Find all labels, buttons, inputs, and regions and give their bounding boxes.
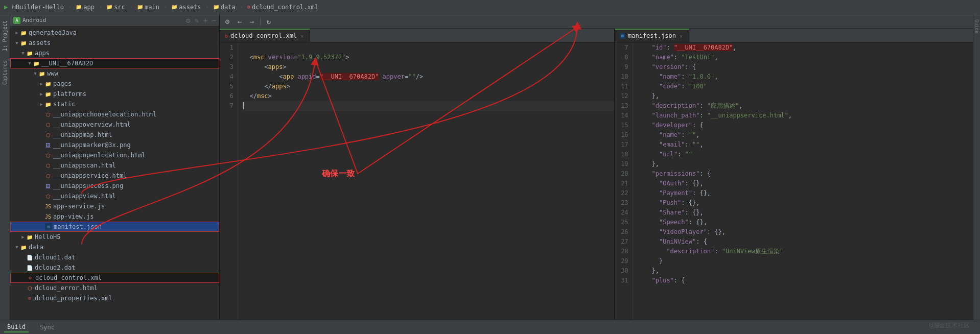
bottom-tab-build[interactable]: Build: [4, 322, 29, 332]
close-left-tab[interactable]: ✕: [299, 33, 305, 39]
right-editor-pane: m manifest.json ✕ 7 8 9 10 11 12 13 14: [615, 29, 973, 320]
tree-item-dcloud-properties[interactable]: ⚙ dcloud_properties.xml: [10, 293, 219, 303]
tree-item-data[interactable]: ▼ 📁 data: [10, 242, 219, 252]
code-line-2: <msc version="1.9.9.52372">: [242, 53, 614, 62]
right-tab-bar: m manifest.json ✕: [615, 29, 973, 43]
tree-item-map[interactable]: ⬡ __uniappmap.html: [10, 130, 219, 140]
code-line-4: <app appid="__UNI__670A82D" appver=""/>: [242, 72, 614, 82]
title-data: 📁 data: [213, 4, 236, 11]
rcode-7: "id": "__UNI__670A82D",: [637, 43, 973, 53]
rcode-19: },: [637, 159, 973, 169]
rcode-18: "url": "": [637, 150, 973, 159]
tree-item-static[interactable]: ▶ 📁 static: [10, 99, 219, 109]
tree-item-app-view[interactable]: JS app-view.js: [10, 211, 219, 222]
watermark: @掘金技术社区: [929, 321, 970, 330]
sidebar-tab-captures[interactable]: Captures: [1, 56, 9, 89]
tree-item-pages[interactable]: ▶ 📁 pages: [10, 79, 219, 89]
rcode-23: "Push": {},: [637, 198, 973, 208]
tree-item-helloh5[interactable]: ▶ 📁 HelloH5: [10, 232, 219, 242]
left-tab-bar: ⚙ dcloud_control.xml ✕: [220, 29, 614, 43]
tree-item-success[interactable]: 🖼 __uniappsuccess.png: [10, 181, 219, 191]
tree-item-dcloud-error[interactable]: ⬡ dcloud_error.html: [10, 283, 219, 293]
code-line-1: [242, 43, 614, 53]
rcode-26: "VideoPlayer": {},: [637, 227, 973, 237]
rcode-14: "launch_path": "__uniappservice.html",: [637, 111, 973, 121]
title-active-file: ⚙ dcloud_control.xml: [247, 4, 318, 11]
close-right-tab[interactable]: ✕: [679, 33, 684, 39]
main-layout: 1: Project Captures A Android ⚙ ✎ + − ▶ …: [0, 14, 980, 320]
guide-tab[interactable]: Guide: [974, 16, 980, 36]
nav-next-btn[interactable]: →: [246, 16, 258, 27]
title-app: HBuilder-Hello: [12, 4, 64, 11]
title-project: 📁 app: [76, 4, 95, 11]
tree-item-manifest[interactable]: m manifest.json: [10, 222, 219, 232]
tree-item-openlocation[interactable]: ⬡ __uniappopenlocation.html: [10, 150, 219, 160]
tree-item-platforms[interactable]: ▶ 📁 platforms: [10, 89, 219, 99]
rcode-28: "description": "UniNView原生渲染": [637, 247, 973, 256]
code-line-6: </msc>: [242, 91, 614, 101]
rcode-30: },: [637, 266, 973, 276]
title-src: 📁 src: [106, 4, 125, 11]
rcode-10: "name": "1.0.0",: [637, 72, 973, 82]
tree-item-app-service[interactable]: JS app-service.js: [10, 201, 219, 211]
tab-dcloud-control[interactable]: ⚙ dcloud_control.xml ✕: [220, 29, 310, 42]
rcode-17: "email": "",: [637, 140, 973, 150]
tree-item-chooselocation[interactable]: ⬡ __uniappcchooselocation.html: [10, 109, 219, 120]
code-line-3: <apps>: [242, 62, 614, 72]
tree-item-assets[interactable]: ▼ 📁 assets: [10, 38, 219, 48]
sync-btn[interactable]: ↻: [263, 16, 274, 27]
tree-item-uni670a82d[interactable]: ▼ 📁 __UNI__670A82D: [10, 58, 219, 68]
rcode-22: "Payment": {},: [637, 188, 973, 198]
project-tree: ▶ 📁 generatedJava ▼ 📁 assets ▼ 📁 apps ▼ …: [10, 27, 219, 320]
left-editor-content: 1 2 3 4 5 6 7 <msc version="1.9.9.52372"…: [220, 43, 614, 320]
android-icon: A: [13, 17, 20, 24]
settings-btn[interactable]: ⚙: [222, 16, 233, 27]
tree-item-dcloud2[interactable]: 📄 dcloud2.dat: [10, 263, 219, 273]
right-sidebar: Guide: [973, 14, 980, 320]
rcode-12: },: [637, 91, 973, 101]
rcode-24: "Share": {},: [637, 208, 973, 218]
bottom-bar: Build Sync: [0, 320, 980, 334]
rcode-20: "permissions": {: [637, 169, 973, 179]
tab-manifest[interactable]: m manifest.json ✕: [615, 29, 689, 42]
tree-item-service[interactable]: ⬡ __uniappservice.html: [10, 171, 219, 181]
project-panel-header: A Android ⚙ ✎ + −: [10, 14, 219, 27]
rcode-27: "UniNView": {: [637, 237, 973, 247]
tree-item-view[interactable]: ⬡ __uniappview.html: [10, 191, 219, 201]
rcode-21: "OAuth": {},: [637, 179, 973, 188]
right-line-numbers: 7 8 9 10 11 12 13 14 15 16 17 18 19 20: [615, 43, 633, 320]
sidebar-tab-project[interactable]: 1: Project: [1, 16, 9, 55]
tabs-container: ⚙ dcloud_control.xml ✕ 1 2 3 4 5 6 7: [220, 29, 973, 320]
top-toolbar: ⚙ ← → ↻: [220, 14, 973, 29]
tree-item-www[interactable]: ▼ 📁 www: [10, 68, 219, 79]
rcode-8: "name": "TestUni",: [637, 53, 973, 62]
rcode-13: "description": "应用描述",: [637, 101, 973, 111]
code-line-7: [242, 101, 614, 111]
tree-item-dcloud-control[interactable]: ⚙ dcloud_control.xml: [10, 273, 219, 283]
bottom-tab-sync[interactable]: Sync: [37, 323, 58, 332]
rcode-16: "name": "",: [637, 130, 973, 140]
app-icon: ▶: [4, 3, 8, 11]
tree-item-overview[interactable]: ⬡ __uniappoverview.html: [10, 120, 219, 130]
tree-item-marker[interactable]: 🖼 __uniappmarker@3x.png: [10, 140, 219, 150]
rcode-25: "Speech": {},: [637, 218, 973, 227]
editor-area: ⚙ ← → ↻ ⚙ dcloud_control.xml ✕ 1: [220, 14, 973, 320]
tree-item-dcloud1[interactable]: 📄 dcloud1.dat: [10, 252, 219, 263]
left-line-numbers: 1 2 3 4 5 6 7: [220, 43, 238, 320]
rcode-29: }: [637, 256, 973, 266]
nav-prev-btn[interactable]: ←: [234, 16, 245, 27]
tree-item-scan[interactable]: ⬡ __uniappscan.html: [10, 160, 219, 171]
rcode-11: "code": "100": [637, 82, 973, 91]
project-panel: A Android ⚙ ✎ + − ▶ 📁 generatedJava ▼ 📁 …: [10, 14, 220, 320]
left-sidebar: 1: Project Captures: [0, 14, 10, 320]
right-code-area[interactable]: "id": "__UNI__670A82D", "name": "TestUni…: [633, 43, 973, 320]
tree-item-apps[interactable]: ▼ 📁 apps: [10, 48, 219, 58]
toolbar-sep: [260, 17, 261, 26]
right-editor-content: 7 8 9 10 11 12 13 14 15 16 17 18 19 20: [615, 43, 973, 320]
rcode-9: "version": {: [637, 62, 973, 72]
code-line-5: </apps>: [242, 82, 614, 91]
left-code-area[interactable]: <msc version="1.9.9.52372"> <apps> <app …: [238, 43, 614, 320]
title-main: 📁 main: [137, 4, 159, 11]
rcode-15: "developer": {: [637, 121, 973, 130]
tree-item-generatedJava[interactable]: ▶ 📁 generatedJava: [10, 28, 219, 38]
